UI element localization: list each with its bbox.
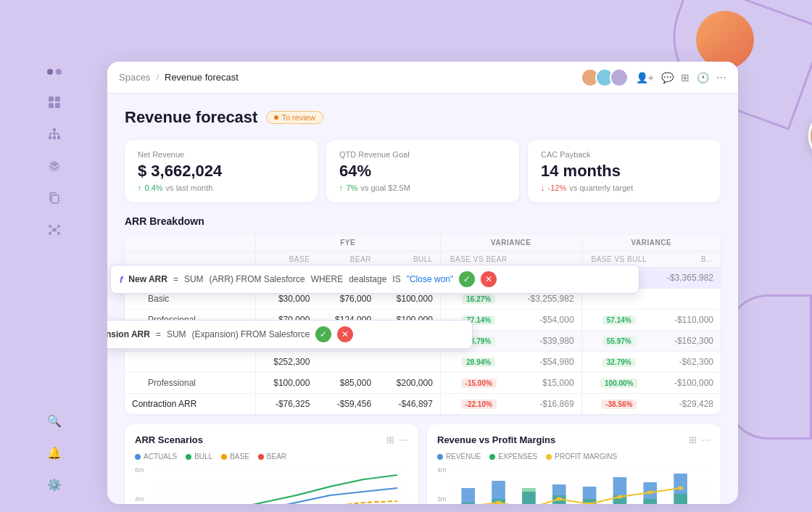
col-var2-header: VARIANCE (581, 234, 721, 252)
sidebar-bell-icon[interactable]: 🔔 (41, 439, 67, 466)
margin-dot-8 (677, 487, 683, 490)
legend-bull-label: BULL (194, 453, 212, 461)
arr-scenarios-more-icon[interactable]: ⋯ (399, 434, 408, 445)
review-badge-label: To review (281, 113, 315, 122)
sidebar-dot-1 (47, 69, 53, 75)
svg-line-19 (51, 228, 53, 229)
review-badge-dot (274, 115, 278, 120)
formula-new-arr-name: New ARR (128, 274, 167, 284)
revenue-grid-icon[interactable]: ⊞ (689, 434, 697, 445)
exp-sub1-bull (378, 352, 440, 373)
contraction-var1-badge: -22.10% (461, 400, 497, 409)
svg-rect-7 (57, 136, 60, 139)
exp-sub1-var2-badge: 32.79% (602, 358, 636, 367)
contraction-bull: -$46,897 (378, 394, 440, 415)
bar-revenue-1 (461, 488, 475, 504)
margin-dot-4 (556, 497, 562, 501)
contraction-name-cell: Contraction ARR (125, 394, 255, 415)
legend-base: BASE (221, 453, 249, 461)
kpi-row: Net Revenue $ 3,662,024 ↑ 0.4% vs last m… (125, 140, 721, 202)
legend-bear: BEAR (258, 453, 286, 461)
formula-confirm-btn-2[interactable]: ✓ (315, 326, 331, 342)
formula-table-1: (ARR) FROM Salesforce (210, 274, 305, 284)
sidebar-settings-icon[interactable]: ⚙️ (41, 471, 67, 497)
contraction-var2-pct: -38.56% (581, 394, 656, 415)
svg-rect-6 (53, 136, 56, 139)
sidebar-icon-network[interactable] (41, 217, 67, 243)
kpi-qtd-delta: ↑ 7% vs goal $2.5M (339, 183, 506, 192)
bar-expenses-3 (522, 488, 536, 504)
sidebar-icon-layers[interactable] (41, 153, 67, 179)
margin-dot-6 (617, 495, 623, 499)
arr-scenarios-grid-icon[interactable]: ⊞ (386, 434, 394, 445)
kpi-qtd-value: 64% (339, 162, 506, 181)
formula-bar-new-arr: f New ARR = SUM (ARR) FROM Salesforce WH… (110, 265, 639, 294)
legend-margins-label: PROFIT MARGINS (555, 453, 617, 461)
arr-scenarios-chart: ARR Scenarios ⊞ ⋯ ACTUALS BULL (125, 424, 418, 504)
contraction-var2-badge: -38.56% (601, 400, 637, 409)
filter-icon[interactable]: ⊞ (681, 72, 689, 83)
actuals-line (161, 488, 397, 504)
sidebar-bottom: 🔍 🔔 ⚙️ (0, 408, 109, 497)
legend-bull: BULL (186, 453, 212, 461)
bar-expenses-7 (643, 499, 657, 504)
formula-cancel-btn-1[interactable]: ✕ (481, 271, 497, 287)
revenue-more-icon[interactable]: ⋯ (701, 434, 710, 445)
expansion-var1-val: -$39,980 (517, 331, 582, 352)
legend-bear-dot (258, 454, 264, 460)
kpi-net-revenue-delta: ↑ 0.4% vs last month (138, 183, 304, 192)
svg-line-22 (57, 231, 59, 233)
bar-expenses-8 (674, 494, 687, 504)
history-icon[interactable]: 🕐 (697, 72, 709, 83)
prof-var2-badge: 57.14% (602, 315, 636, 325)
basic-var2-val (656, 289, 721, 310)
exp-prof-bear: $85,000 (317, 373, 378, 394)
table-row-expansion-prof: Professional $100,000 $85,000 $200,000 -… (125, 373, 721, 394)
kpi-cac-delta: ↓ -12% vs quarterly target (541, 183, 708, 192)
col-fye-header: FYE (255, 234, 440, 252)
legend-expenses-dot (489, 454, 495, 460)
arr-y-4m: 4m (135, 495, 144, 503)
charts-row: ARR Scenarios ⊞ ⋯ ACTUALS BULL (125, 424, 721, 504)
svg-point-14 (53, 228, 57, 232)
formula-confirm-btn-1[interactable]: ✓ (459, 271, 475, 287)
revenue-profit-icons: ⊞ ⋯ (689, 434, 710, 445)
comment-icon[interactable]: 💬 (661, 72, 674, 83)
add-user-icon[interactable]: 👤+ (636, 72, 654, 83)
sidebar-icon-hierarchy[interactable] (41, 121, 67, 147)
exp-prof-var1-pct: -15.00% (440, 373, 516, 394)
formula-is-1: IS (392, 274, 400, 284)
exp-prof-var2-badge: 100.00% (600, 379, 637, 388)
formula-where-1: WHERE (311, 274, 344, 284)
kpi-net-revenue-label: Net Revenue (138, 150, 304, 159)
arr-chart-svg (150, 466, 408, 504)
topbar: Spaces / Revenue forecast 👤+ 💬 ⊞ 🕐 ⋯ (107, 62, 738, 94)
sidebar-icon-copy[interactable] (41, 185, 67, 211)
more-icon[interactable]: ⋯ (716, 72, 726, 83)
kpi-net-revenue-pct: 0.4% (145, 183, 163, 192)
legend-base-label: BASE (230, 453, 249, 461)
legend-margins: PROFIT MARGINS (546, 453, 617, 461)
formula-cancel-btn-2[interactable]: ✕ (337, 326, 353, 342)
svg-rect-2 (49, 103, 54, 108)
sidebar-search-icon[interactable]: 🔍 (41, 408, 67, 434)
svg-rect-5 (49, 136, 51, 139)
contraction-bear: -$59,456 (317, 394, 378, 415)
exp-sub1-var2-val: -$62,300 (656, 352, 721, 373)
kpi-cac: CAC Payback 14 months ↓ -12% vs quarterl… (528, 140, 721, 202)
table-row-expansion-sub1: $252,300 28.94% -$54,980 32.79% -$62,300 (125, 352, 721, 373)
sidebar-icon-grid[interactable] (41, 89, 67, 115)
legend-bull-dot (186, 454, 191, 460)
revenue-profit-chart: Revenue vs Profit Margins ⊞ ⋯ REVENUE EX… (427, 424, 721, 504)
bg-decoration-curve2 (725, 294, 812, 439)
expansion-var2-val: -$162,300 (656, 331, 721, 352)
kpi-qtd-pct: 7% (347, 183, 358, 192)
kpi-cac-context: vs quarterly target (569, 183, 633, 192)
cfo-avatar (808, 109, 812, 163)
formula-sum-2: SUM (167, 329, 186, 339)
content-area: Revenue forecast To review Net Revenue $… (107, 94, 738, 504)
kpi-net-revenue: Net Revenue $ 3,662,024 ↑ 0.4% vs last m… (125, 140, 318, 202)
topbar-spaces[interactable]: Spaces (119, 72, 150, 83)
formula-eq-2: = (156, 329, 161, 339)
kpi-cac-label: CAC Payback (541, 150, 708, 159)
